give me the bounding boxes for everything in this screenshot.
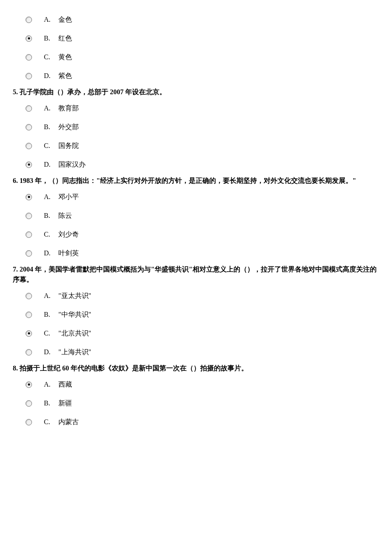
option-text: "中华共识" [57, 311, 91, 318]
radio-button[interactable] [26, 162, 32, 168]
option-label: D. 国家汉办 [44, 159, 86, 170]
question-number: 7. [13, 266, 18, 273]
option-text: 国务院 [57, 142, 79, 149]
option-row[interactable]: B. 陈云 [26, 208, 379, 223]
option-letter: A. [44, 14, 57, 25]
option-label: A. "亚太共识" [44, 291, 91, 301]
option-label: C. "北京共识" [44, 328, 91, 338]
option-row[interactable]: A. "亚太共识" [26, 288, 379, 304]
option-text: "亚太共识" [57, 292, 91, 299]
option-label: C. 黄色 [44, 52, 72, 62]
radio-button[interactable] [26, 419, 32, 425]
option-label: A. 邓小平 [44, 192, 79, 202]
option-text: "北京共识" [57, 330, 91, 337]
option-label: A. 教育部 [44, 103, 79, 113]
question-text: 7. 2004 年，美国学者雷默把中国模式概括为与"华盛顿共识"相对立意义上的（… [13, 264, 379, 285]
option-label: D. 叶剑英 [44, 248, 79, 258]
radio-button[interactable] [26, 213, 32, 219]
option-row[interactable]: C. 黄色 [26, 49, 379, 65]
option-row[interactable]: A. 西藏 [26, 377, 379, 392]
option-label: B. 外交部 [44, 122, 79, 132]
option-row[interactable]: A. 邓小平 [26, 189, 379, 205]
option-letter: B. [44, 398, 57, 408]
option-letter: A. [44, 103, 57, 113]
option-letter: C. [44, 417, 57, 427]
radio-button[interactable] [26, 124, 32, 130]
option-label: B. 新疆 [44, 398, 72, 408]
option-row[interactable]: B. 外交部 [26, 119, 379, 135]
option-letter: C. [44, 229, 57, 240]
question-text: 5. 孔子学院由（）承办，总部于 2007 年设在北京。 [13, 87, 379, 97]
option-text: 邓小平 [57, 193, 79, 200]
radio-button[interactable] [26, 194, 32, 200]
option-row[interactable]: C. 国务院 [26, 138, 379, 153]
radio-button[interactable] [26, 400, 32, 407]
option-label: A. 西藏 [44, 379, 72, 390]
option-row[interactable]: D. "上海共识" [26, 344, 379, 360]
radio-button[interactable] [26, 73, 32, 79]
question-text: 8. 拍摄于上世纪 60 年代的电影《农奴》是新中国第一次在（）拍摄的故事片。 [13, 363, 379, 373]
option-text: 金色 [57, 16, 72, 23]
radio-button[interactable] [26, 382, 32, 388]
question-text: 6. 1983 年，（）同志指出："经济上实行对外开放的方针，是正确的，要长期坚… [13, 176, 379, 186]
option-text: 紫色 [57, 72, 72, 79]
option-text: 叶剑英 [57, 249, 79, 257]
option-letter: C. [44, 52, 57, 62]
option-row[interactable]: B. 新疆 [26, 396, 379, 411]
option-label: C. 内蒙古 [44, 417, 79, 427]
option-letter: B. [44, 211, 57, 221]
option-row[interactable]: A. 金色 [26, 12, 379, 27]
option-row[interactable]: B. 红色 [26, 31, 379, 46]
radio-button[interactable] [26, 293, 32, 299]
radio-button[interactable] [26, 35, 32, 42]
option-text: 内蒙古 [57, 418, 79, 425]
option-row[interactable]: C. "北京共识" [26, 326, 379, 341]
option-text: 新疆 [57, 399, 72, 407]
radio-button[interactable] [26, 250, 32, 257]
option-letter: A. [44, 291, 57, 301]
radio-button[interactable] [26, 231, 32, 238]
radio-button[interactable] [26, 349, 32, 356]
option-row[interactable]: A. 教育部 [26, 101, 379, 116]
option-letter: A. [44, 379, 57, 390]
option-row[interactable]: D. 紫色 [26, 68, 379, 84]
option-text: 红色 [57, 35, 72, 42]
option-text: "上海共识" [57, 348, 91, 356]
quiz-container: A. 金色B. 红色C. 黄色D. 紫色5. 孔子学院由（）承办，总部于 200… [13, 12, 379, 430]
option-label: B. 红色 [44, 33, 72, 43]
option-row[interactable]: D. 国家汉办 [26, 157, 379, 172]
radio-button[interactable] [26, 105, 32, 112]
option-row[interactable]: B. "中华共识" [26, 307, 379, 322]
option-letter: C. [44, 141, 57, 151]
option-label: D. 紫色 [44, 71, 72, 81]
option-text: 陈云 [57, 212, 72, 219]
option-letter: B. [44, 122, 57, 132]
radio-button[interactable] [26, 312, 32, 318]
option-letter: A. [44, 192, 57, 202]
option-letter: B. [44, 309, 57, 320]
option-label: B. "中华共识" [44, 309, 91, 320]
question-number: 5. [13, 88, 18, 95]
radio-button[interactable] [26, 17, 32, 23]
option-letter: C. [44, 328, 57, 338]
option-label: A. 金色 [44, 14, 72, 25]
option-letter: B. [44, 33, 57, 43]
option-row[interactable]: C. 刘少奇 [26, 227, 379, 242]
option-label: B. 陈云 [44, 211, 72, 221]
option-row[interactable]: D. 叶剑英 [26, 246, 379, 261]
option-label: D. "上海共识" [44, 347, 91, 357]
option-label: C. 国务院 [44, 141, 79, 151]
option-text: 外交部 [57, 123, 79, 130]
option-text: 西藏 [57, 381, 72, 388]
option-text: 黄色 [57, 53, 72, 61]
radio-button[interactable] [26, 54, 32, 61]
radio-button[interactable] [26, 143, 32, 149]
radio-button[interactable] [26, 330, 32, 337]
option-letter: D. [44, 159, 57, 170]
option-text: 刘少奇 [57, 231, 79, 238]
question-number: 6. [13, 177, 18, 184]
question-number: 8. [13, 364, 18, 372]
option-text: 教育部 [57, 104, 79, 112]
option-row[interactable]: C. 内蒙古 [26, 414, 379, 430]
option-letter: D. [44, 347, 57, 357]
